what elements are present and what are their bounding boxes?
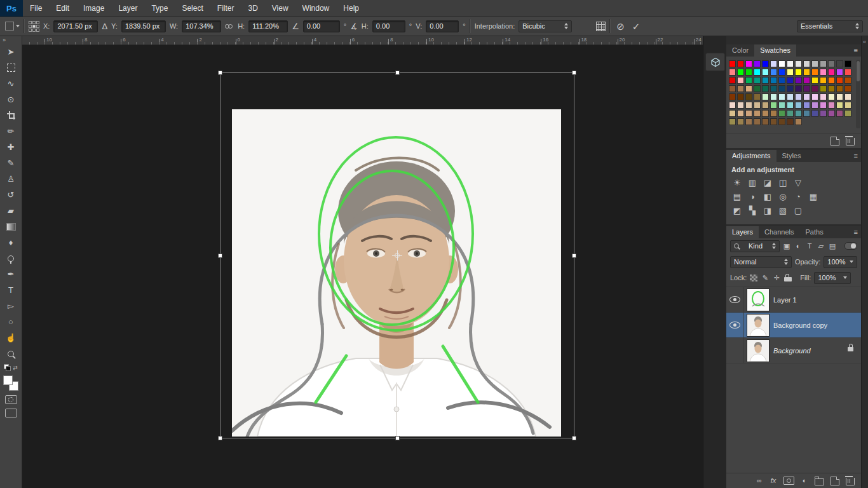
color-swatch[interactable]: [770, 77, 777, 84]
color-swatch[interactable]: [745, 102, 752, 109]
screen-mode-button[interactable]: [5, 409, 17, 417]
layer-row-background-copy[interactable]: Background copy: [726, 313, 861, 338]
color-swatch[interactable]: [737, 102, 744, 109]
color-swatch[interactable]: [770, 110, 777, 117]
color-swatch[interactable]: [729, 93, 736, 100]
type-tool[interactable]: T: [1, 282, 20, 298]
color-swatch[interactable]: [754, 93, 761, 100]
workspace-switcher[interactable]: Essentials: [797, 20, 863, 32]
color-swatch[interactable]: [729, 77, 736, 84]
color-swatch[interactable]: [754, 60, 761, 67]
warp-mode-toggle-icon[interactable]: [596, 22, 606, 31]
color-swatch[interactable]: [762, 77, 769, 84]
transform-handle-top-middle[interactable]: [395, 71, 400, 75]
color-swatch[interactable]: [762, 102, 769, 109]
commit-transform-icon[interactable]: ✓: [630, 22, 642, 31]
color-swatch[interactable]: [820, 102, 827, 109]
transform-handle-bottom-middle[interactable]: [395, 436, 400, 440]
tab-channels[interactable]: Channels: [759, 226, 799, 238]
color-swatch[interactable]: [803, 102, 810, 109]
color-swatch[interactable]: [737, 110, 744, 117]
color-swatch[interactable]: [745, 118, 752, 125]
h-skew-input[interactable]: 0.00: [372, 20, 405, 32]
link-layers-icon[interactable]: ∞: [756, 477, 763, 485]
color-swatch[interactable]: [828, 110, 835, 117]
filter-shape-layers-icon[interactable]: ▱: [817, 241, 825, 250]
rotation-input[interactable]: 0.00: [303, 20, 340, 32]
color-swatch[interactable]: [811, 110, 818, 117]
filter-smart-objects-icon[interactable]: ▤: [829, 241, 836, 250]
opacity-input[interactable]: 100%: [824, 256, 857, 268]
color-swatch[interactable]: [754, 69, 761, 76]
layer-thumbnail[interactable]: [747, 289, 769, 311]
color-swatch[interactable]: [745, 110, 752, 117]
filter-pixel-layers-icon[interactable]: ▣: [783, 241, 790, 250]
interpolation-select[interactable]: Bicubic: [519, 20, 572, 32]
clone-stamp-tool[interactable]: ♙: [1, 171, 20, 187]
tab-styles[interactable]: Styles: [776, 150, 807, 162]
eyedropper-tool[interactable]: ✏: [1, 123, 20, 139]
menu-item-window[interactable]: Window: [295, 0, 337, 17]
toolbar-collapse-button[interactable]: »: [0, 36, 6, 44]
color-swatch[interactable]: [787, 60, 794, 67]
link-dimensions-icon[interactable]: [225, 24, 234, 29]
tab-layers[interactable]: Layers: [726, 226, 759, 238]
layer-effects-icon[interactable]: fx: [770, 477, 777, 485]
color-swatch[interactable]: [803, 110, 810, 117]
color-swatch[interactable]: [729, 102, 736, 109]
color-swatch[interactable]: [745, 69, 752, 76]
color-swatch[interactable]: [828, 69, 835, 76]
quick-mask-button[interactable]: [5, 395, 17, 404]
color-swatch[interactable]: [762, 110, 769, 117]
menu-item-file[interactable]: File: [23, 0, 49, 17]
color-swatch[interactable]: [737, 69, 744, 76]
menu-item-layer[interactable]: Layer: [111, 0, 144, 17]
color-swatch[interactable]: [795, 85, 802, 92]
hue-saturation-icon[interactable]: ▤: [730, 190, 744, 203]
transform-handle-middle-right[interactable]: [572, 254, 576, 258]
expand-dock-icon[interactable]: «: [863, 39, 866, 45]
layer-thumbnail[interactable]: [747, 340, 769, 362]
color-swatch[interactable]: [787, 93, 794, 100]
menu-item-type[interactable]: Type: [144, 0, 175, 17]
color-swatch[interactable]: [795, 102, 802, 109]
new-swatch-icon[interactable]: [831, 137, 839, 146]
color-swatch[interactable]: [787, 110, 794, 117]
color-swatch[interactable]: [778, 85, 785, 92]
new-adjustment-layer-icon[interactable]: ◐: [801, 477, 808, 485]
threshold-icon[interactable]: ◨: [761, 204, 775, 217]
y-position-input[interactable]: 1839.50 px: [121, 20, 166, 32]
color-swatch[interactable]: [844, 85, 851, 92]
color-swatch[interactable]: [820, 93, 827, 100]
color-swatch[interactable]: [770, 93, 777, 100]
add-layer-mask-icon[interactable]: [783, 477, 794, 485]
dodge-tool[interactable]: [1, 250, 20, 266]
path-selection-tool[interactable]: ▻: [1, 298, 20, 314]
tab-adjustments[interactable]: Adjustments: [726, 150, 776, 162]
lock-transparent-pixels-icon[interactable]: [750, 274, 757, 281]
color-swatch[interactable]: [729, 118, 736, 125]
color-swatch[interactable]: [754, 118, 761, 125]
color-swatch[interactable]: [754, 77, 761, 84]
filter-adjustment-layers-icon[interactable]: ◐: [794, 241, 802, 250]
color-swatch[interactable]: [729, 110, 736, 117]
color-swatch[interactable]: [820, 85, 827, 92]
color-swatch[interactable]: [844, 60, 851, 67]
transform-handle-middle-left[interactable]: [218, 254, 222, 258]
color-swatch[interactable]: [828, 85, 835, 92]
color-swatch[interactable]: [803, 69, 810, 76]
transform-handle-top-right[interactable]: [572, 71, 576, 75]
transform-handle-top-left[interactable]: [218, 71, 222, 75]
color-swatch[interactable]: [844, 102, 851, 109]
color-swatch[interactable]: [795, 118, 802, 125]
default-colors-icon[interactable]: [4, 364, 11, 371]
tab-color[interactable]: Color: [726, 44, 754, 57]
fill-input[interactable]: 100%: [814, 272, 851, 284]
color-swatch[interactable]: [803, 93, 810, 100]
brush-tool[interactable]: ✎: [1, 155, 20, 171]
menu-item-3d[interactable]: 3D: [241, 0, 264, 17]
menu-item-select[interactable]: Select: [175, 0, 210, 17]
color-swatch[interactable]: [836, 77, 843, 84]
color-swatch[interactable]: [754, 110, 761, 117]
history-brush-tool[interactable]: ↺: [1, 187, 20, 203]
